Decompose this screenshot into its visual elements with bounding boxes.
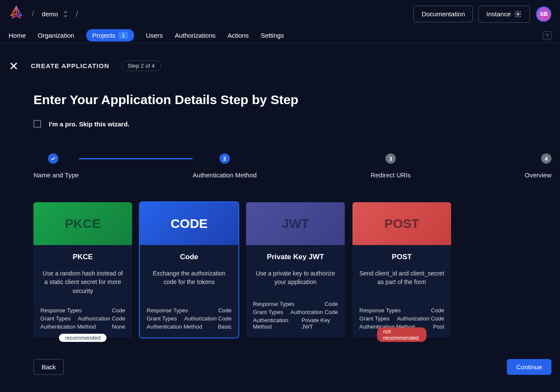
logo[interactable] <box>9 6 24 23</box>
card-jwt-head: JWT <box>246 202 345 245</box>
card-code[interactable]: CODE Code Exchange the authorization cod… <box>140 202 238 338</box>
card-attrs: Response TypesCode Grant TypesAuthorizat… <box>359 302 444 331</box>
nav-users[interactable]: Users <box>146 32 163 39</box>
attr-value: Code <box>325 301 338 307</box>
svg-point-0 <box>517 13 519 15</box>
attr-label: Authentication Method <box>40 323 96 330</box>
auth-method-cards: PKCE PKCE Use a random hash instead of a… <box>33 202 551 338</box>
step-line <box>79 158 193 159</box>
step-line <box>411 158 525 159</box>
attr-value: Authorization Code <box>290 309 338 315</box>
card-body: PKCE Use a random hash instead of a stat… <box>33 245 132 338</box>
close-icon[interactable] <box>9 61 19 71</box>
documentation-button[interactable]: Documentation <box>413 6 473 22</box>
card-body: Code Exchange the authorization code for… <box>140 245 238 338</box>
content: Enter Your Application Details Step by S… <box>33 93 551 375</box>
step-1-circle <box>48 153 58 164</box>
attr-label: Grant Types <box>253 309 283 315</box>
attr-value: Authorization Code <box>78 315 125 322</box>
instance-label: Instance <box>486 10 511 18</box>
card-attrs: Response TypesCode Grant TypesAuthorizat… <box>253 296 338 331</box>
wizard-footer: Back Continue <box>33 359 551 375</box>
continue-button[interactable]: Continue <box>507 359 551 375</box>
nav-home[interactable]: Home <box>9 32 26 39</box>
step-2-circle: 2 <box>220 153 230 164</box>
breadcrumb-slash: / <box>76 9 78 19</box>
step-1-label: Name and Type <box>33 171 79 179</box>
help-button[interactable]: ? <box>543 31 551 40</box>
step-3-circle: 3 <box>385 153 396 164</box>
nav-projects-label: Projects <box>92 32 115 39</box>
nav-projects-badge: 1 <box>119 32 128 39</box>
page-head: CREATE APPLICATION Step 2 of 4 <box>9 60 551 71</box>
attr-value: Code <box>431 307 444 314</box>
attr-label: Response Types <box>359 307 401 314</box>
attr-value: Code <box>112 307 125 314</box>
instance-button[interactable]: Instance <box>478 6 530 23</box>
documentation-label: Documentation <box>422 10 465 18</box>
nav-projects[interactable]: Projects 1 <box>86 29 134 42</box>
avatar-initials: SB <box>540 11 548 17</box>
gear-icon <box>514 10 522 18</box>
chevrons-icon <box>63 11 68 18</box>
nav-settings[interactable]: Settings <box>261 32 284 39</box>
skip-wizard-label: I'm a pro. Skip this wizard. <box>49 120 129 128</box>
step-redirect-uris[interactable]: 3 Redirect URIs <box>370 153 410 179</box>
step-auth-method[interactable]: 2 Authentication Method <box>193 153 256 179</box>
project-select-label: demo <box>42 10 58 18</box>
nav-organization[interactable]: Organization <box>38 32 74 39</box>
card-desc: Use a private key to authorize your appl… <box>253 269 338 296</box>
step-4-label: Overview <box>524 171 551 179</box>
card-title: Private Key JWT <box>253 253 338 261</box>
step-4-circle: 4 <box>541 153 551 164</box>
card-post[interactable]: POST POST Send client_id and client_secr… <box>352 202 451 338</box>
card-desc: Use a random hash instead of a static cl… <box>40 269 125 296</box>
attr-label: Grant Types <box>147 315 177 322</box>
step-line <box>257 158 371 159</box>
nav-authorizations[interactable]: Authorizations <box>175 32 216 39</box>
attr-value: Private Key JWT <box>301 317 338 330</box>
attr-label: Response Types <box>253 301 295 307</box>
attr-value: None <box>112 323 125 330</box>
project-select[interactable]: demo <box>42 10 69 18</box>
step-overview[interactable]: 4 Overview <box>524 153 551 179</box>
stepper: Name and Type 2 Authentication Method 3 … <box>33 153 551 179</box>
skip-wizard-checkbox[interactable] <box>33 120 41 128</box>
step-indicator: Step 2 of 4 <box>121 60 161 71</box>
card-jwt[interactable]: JWT Private Key JWT Use a private key to… <box>246 202 345 338</box>
page-title: Enter Your Application Details Step by S… <box>33 93 551 107</box>
skip-wizard-row: I'm a pro. Skip this wizard. <box>33 120 551 128</box>
step-2-label: Authentication Method <box>193 171 256 179</box>
page: CREATE APPLICATION Step 2 of 4 Enter You… <box>0 43 560 383</box>
card-code-head: CODE <box>140 202 238 245</box>
attr-label: Grant Types <box>359 315 390 322</box>
attr-value: Authorization Code <box>184 315 232 322</box>
avatar[interactable]: SB <box>536 6 551 22</box>
nav-actions[interactable]: Actions <box>228 32 249 39</box>
attr-label: Authentication Method <box>147 323 202 330</box>
card-desc: Exchange the authorization code for the … <box>147 269 232 296</box>
card-pkce-head: PKCE <box>33 202 132 245</box>
card-body: POST Send client_id and client_secret as… <box>352 245 451 338</box>
attr-label: Response Types <box>40 307 82 314</box>
attr-value: Authorization Code <box>397 315 444 322</box>
card-body: Private Key JWT Use a private key to aut… <box>246 245 345 338</box>
card-attrs: Response TypesCode Grant TypesAuthorizat… <box>147 302 232 331</box>
attr-label: Authentication Method <box>253 317 301 330</box>
attr-label: Grant Types <box>40 315 71 322</box>
recommended-tag: recommended <box>59 334 106 342</box>
card-pkce[interactable]: PKCE PKCE Use a random hash instead of a… <box>33 202 132 338</box>
attr-value: Code <box>218 307 232 314</box>
attr-label: Response Types <box>147 307 188 314</box>
attr-value: Post <box>433 323 444 330</box>
back-button[interactable]: Back <box>33 359 64 375</box>
card-post-head: POST <box>352 202 451 245</box>
card-title: POST <box>359 253 444 261</box>
attr-value: Basic <box>218 323 232 330</box>
card-title: Code <box>147 253 232 261</box>
step-name-and-type[interactable]: Name and Type <box>33 153 79 179</box>
check-icon <box>50 156 56 162</box>
card-desc: Send client_id and client_secret as part… <box>359 269 444 296</box>
page-label: CREATE APPLICATION <box>31 62 109 69</box>
breadcrumb-slash: / <box>32 9 34 19</box>
